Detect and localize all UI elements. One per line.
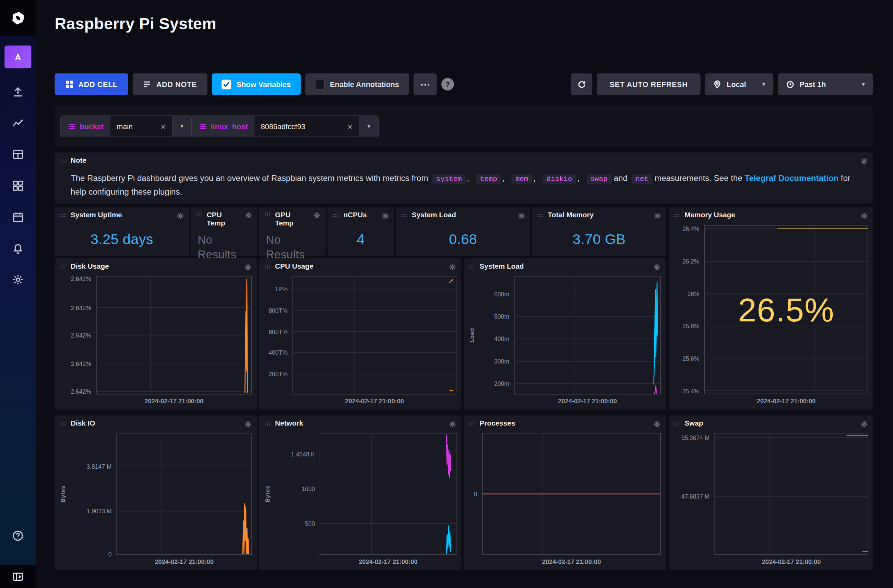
gear-icon[interactable] [518, 212, 525, 220]
no-results-text: No Results [266, 232, 312, 262]
chevron-down-icon[interactable]: ▾ [359, 116, 378, 137]
drag-handle-icon[interactable] [674, 213, 680, 218]
sidebar-item-alerts[interactable] [0, 242, 36, 255]
drag-handle-icon[interactable] [469, 264, 475, 269]
x-axis-label: 2024-02-17 21:00:00 [514, 398, 661, 405]
telegraf-docs-link[interactable]: Telegraf Documentation [744, 174, 839, 183]
y-tick: 200m [494, 380, 509, 387]
sidebar-item-help[interactable] [0, 530, 36, 542]
variable-value-dropdown[interactable]: 8086adfccf93 × [254, 116, 359, 137]
gear-icon[interactable] [177, 212, 184, 220]
add-note-button[interactable]: ADD NOTE [133, 74, 207, 95]
cell-system-load-stat: System Load 0.68 [396, 207, 530, 256]
gear-icon[interactable] [449, 263, 457, 271]
variable-bucket: bucket main × ▾ [60, 116, 192, 137]
gear-icon[interactable] [245, 212, 253, 219]
note-lines-icon [143, 80, 151, 88]
drag-handle-icon[interactable] [265, 264, 271, 269]
gear-icon[interactable] [653, 263, 661, 271]
disk-usage-chart[interactable] [96, 276, 253, 395]
chevron-down-icon: ▾ [762, 81, 765, 87]
network-chart[interactable] [320, 432, 457, 555]
drag-handle-icon[interactable] [333, 213, 339, 218]
hamburger-icon [68, 122, 76, 130]
processes-chart[interactable] [482, 432, 661, 555]
drag-handle-icon[interactable] [60, 422, 66, 426]
y-tick: 1.4648 K [291, 451, 315, 458]
drag-handle-icon[interactable] [196, 212, 202, 216]
memory-usage-chart[interactable]: 26.5% [704, 224, 869, 395]
cell-cpu-usage: CPU Usage 1P% 800T% 600T% 400T% 200T% [259, 258, 462, 410]
drag-handle-icon[interactable] [265, 212, 271, 216]
y-tick: 1.9073 M [87, 508, 112, 514]
cell-system-load-graph: System Load Load 600m 500m 400m 300m 200… [464, 258, 666, 410]
chevron-down-icon[interactable]: ▾ [172, 116, 191, 137]
gear-icon[interactable] [244, 420, 252, 428]
sidebar-item-notebooks[interactable] [0, 179, 36, 192]
line-chart-icon [12, 117, 24, 129]
drag-handle-icon[interactable] [401, 213, 407, 218]
drag-handle-icon[interactable] [537, 213, 543, 218]
gear-icon[interactable] [860, 212, 868, 220]
drag-handle-icon[interactable] [60, 213, 66, 218]
y-tick: 25.8% [683, 322, 699, 329]
clock-icon [786, 80, 795, 88]
disk-io-chart[interactable] [116, 432, 253, 555]
sidebar-item-dashboards[interactable] [0, 148, 36, 161]
question-mark-icon: ? [445, 80, 450, 88]
cell-processes: Processes 0 2 [464, 415, 666, 570]
gear-icon[interactable] [382, 212, 389, 220]
swap-chart[interactable] [714, 432, 869, 555]
sidebar-nav [0, 86, 36, 286]
sidebar-item-upload[interactable] [0, 86, 36, 98]
influxdb-logo-icon[interactable] [0, 0, 36, 36]
variable-value-dropdown[interactable]: main × [110, 116, 172, 137]
sidebar-item-data-explorer[interactable] [0, 117, 36, 129]
x-axis-label: 2024-02-17 21:00:00 [96, 398, 253, 405]
cell-gpu-temp: GPU Temp No Results [259, 207, 326, 256]
timezone-dropdown[interactable]: Local ▾ [705, 74, 773, 95]
clear-icon[interactable]: × [161, 122, 166, 130]
gear-icon[interactable] [860, 420, 868, 428]
drag-handle-icon[interactable] [60, 159, 66, 163]
cell-cpu-temp: CPU Temp No Results [191, 207, 257, 256]
add-cell-grid-icon [65, 80, 73, 88]
sidebar-item-settings[interactable] [0, 273, 36, 286]
y-tick: 1000 [302, 486, 315, 492]
drag-handle-icon[interactable] [674, 422, 680, 426]
refresh-button[interactable] [571, 74, 592, 95]
help-icon [12, 530, 24, 542]
x-axis-label: 2024-02-17 21:00:00 [482, 558, 661, 565]
drag-handle-icon[interactable] [60, 264, 66, 269]
show-variables-toggle[interactable]: Show Variables [212, 74, 301, 95]
cell-memory-usage: Memory Usage 26.4% 26.2% 26% 25.8% 25.6%… [669, 207, 873, 410]
gear-icon[interactable] [654, 212, 661, 220]
gear-icon[interactable] [449, 420, 457, 428]
bell-icon [12, 242, 24, 254]
ellipsis-icon: ⋯ [421, 78, 430, 90]
refresh-icon [577, 80, 586, 88]
presentation-mode-button[interactable] [0, 566, 36, 588]
gear-icon[interactable] [313, 212, 321, 219]
y-tick: 47.6837 M [681, 493, 710, 500]
measurement-pill: temp [476, 174, 501, 184]
sidebar-item-tasks[interactable] [0, 210, 36, 223]
gear-icon[interactable] [653, 420, 661, 428]
more-options-button[interactable]: ⋯ [413, 74, 437, 95]
clear-icon[interactable]: × [347, 122, 353, 130]
drag-handle-icon[interactable] [265, 422, 271, 426]
drag-handle-icon[interactable] [469, 422, 475, 426]
time-range-dropdown[interactable]: Past 1h ▾ [778, 74, 873, 95]
cell-system-uptime: System Uptime 3.25 days [54, 207, 189, 256]
set-auto-refresh-button[interactable]: SET AUTO REFRESH [597, 74, 700, 95]
gear-icon[interactable] [860, 157, 868, 165]
x-axis-label: 2024-02-17 21:00:00 [320, 558, 457, 565]
no-results-text: No Results [197, 232, 243, 262]
enable-annotations-toggle[interactable]: Enable Annotations [305, 74, 409, 95]
gear-icon[interactable] [244, 263, 252, 271]
cpu-usage-chart[interactable] [292, 276, 457, 395]
add-cell-button[interactable]: ADD CELL [54, 74, 128, 95]
system-load-chart[interactable] [514, 276, 661, 395]
org-avatar[interactable]: A [5, 46, 31, 68]
dashboard-help-button[interactable]: ? [441, 78, 454, 91]
